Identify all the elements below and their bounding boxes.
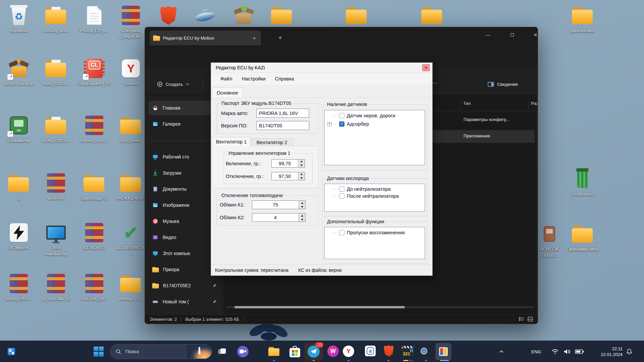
- expand-plus-icon[interactable]: [327, 122, 332, 126]
- checkbox-unchecked-icon[interactable]: [339, 193, 344, 199]
- checkbox-unchecked-icon[interactable]: [339, 186, 344, 192]
- tab-main[interactable]: Основное: [212, 87, 243, 98]
- tab-fan1[interactable]: Вентилятор 1: [212, 137, 251, 146]
- desktop-icon-brave[interactable]: [152, 4, 185, 28]
- wps-icon[interactable]: W: [327, 346, 339, 357]
- desktop-icon-pcmflash[interactable]: PCMflash: [2, 221, 36, 251]
- spin-up-icon[interactable]: [299, 173, 304, 176]
- desktop-icon-vagkkl[interactable]: VAGKKL 409.1: [114, 172, 148, 201]
- menu-file[interactable]: Файл: [216, 74, 237, 83]
- desktop-icon-diagnosika[interactable]: диагносика: [566, 4, 599, 34]
- tree-item-misfire[interactable]: Пропуски воспламенения: [333, 230, 405, 235]
- desktop-icon-folder[interactable]: [340, 4, 373, 28]
- desktop-icon-winrar[interactable]: WinRAR: [39, 172, 73, 201]
- start-button[interactable]: [93, 346, 105, 358]
- desktop-icon-tools-rar[interactable]: tools_r29.0...: [2, 272, 36, 302]
- checkbox-checked-icon[interactable]: [339, 121, 344, 127]
- rpm-k1-spinner[interactable]: 75: [252, 200, 306, 209]
- sidebar-item-this-pc[interactable]: Этот компью: [148, 246, 221, 260]
- chat-icon[interactable]: [237, 346, 249, 358]
- spin-down-icon[interactable]: [299, 205, 305, 208]
- desktop-icon-chiploader[interactable]: CL ChipLoader 1.97: [77, 57, 111, 87]
- yandex-browser-icon[interactable]: Y: [343, 346, 354, 357]
- list-view-icon[interactable]: [519, 317, 524, 321]
- tree-item-road-sensor[interactable]: Датчик неров. дороги: [333, 113, 395, 118]
- ecu-editor-taskbar-icon[interactable]: [435, 343, 451, 360]
- sidebar-item-new-volume[interactable]: Новый том (: [148, 295, 221, 309]
- new-tab-button[interactable]: +: [278, 35, 282, 42]
- sidebar-item-desktop[interactable]: Рабочий сто: [148, 150, 221, 164]
- tray-chevron-up-icon[interactable]: [499, 341, 504, 362]
- fan-on-spinner[interactable]: 99,75: [271, 159, 305, 168]
- sidebar-item-downloads[interactable]: Загрузки: [148, 166, 221, 180]
- desktop-icon-aadxa[interactable]: AADXA_28...: [77, 272, 111, 302]
- desktop-icon-b174dr03[interactable]: B174DR03: [77, 221, 111, 251]
- brave-icon[interactable]: [384, 345, 394, 357]
- desktop-icon-this-pc[interactable]: Этот компьютер: [39, 221, 73, 257]
- spin-down-icon[interactable]: [299, 164, 304, 167]
- dialog-title-bar[interactable]: Редактор ECU by KAZi ×: [211, 63, 432, 73]
- desktop-icon-yandex[interactable]: Y Yandex: [114, 57, 148, 87]
- tab-close-icon[interactable]: ×: [251, 35, 258, 41]
- sidebar-item-b174dt05e2[interactable]: B174DT05E2: [148, 279, 221, 293]
- app-4-icon[interactable]: 4: [365, 346, 376, 356]
- desktop-icon-vdo-eeprom[interactable]: ✔ VDO EEPROM ...: [114, 221, 148, 257]
- sidebar-item-priora[interactable]: Приора: [148, 262, 221, 277]
- new-button[interactable]: Создать: [153, 78, 193, 90]
- battery-icon[interactable]: [575, 341, 584, 362]
- settings-gear-icon[interactable]: ⚙: [419, 346, 429, 357]
- spin-up-icon[interactable]: [299, 214, 305, 217]
- task-view-icon[interactable]: [217, 346, 227, 357]
- desktop-icon-miflash-rar[interactable]: miflash_unl....: [77, 114, 111, 144]
- sidebar-item-videos[interactable]: Видео: [148, 230, 221, 244]
- tree-item-post-cat[interactable]: После нейтрализатора: [333, 193, 399, 199]
- more-button[interactable]: ...: [432, 79, 437, 85]
- column-separator[interactable]: [460, 102, 461, 110]
- sidebar-item-gallery[interactable]: Галерея: [148, 117, 221, 131]
- desktop-icon-folder[interactable]: [415, 4, 449, 28]
- desktop-icon-opendiag[interactable]: OpenDiagF...: [77, 172, 111, 201]
- firmware-input[interactable]: B174DT05: [256, 121, 309, 130]
- explorer-tab[interactable]: Редактор ECU by Mobux ×: [150, 31, 261, 45]
- sidebar-item-documents[interactable]: Документы: [148, 182, 221, 196]
- desktop-icon-ufo-app[interactable]: [189, 4, 222, 28]
- scrollbar-thumb[interactable]: [234, 306, 405, 308]
- thumbnail-view-icon[interactable]: [528, 317, 533, 321]
- details-button[interactable]: Сведения: [488, 78, 518, 90]
- desktop-icon-recycle-bin[interactable]: ♻ Корзина: [2, 4, 36, 34]
- checkbox-unchecked-icon[interactable]: [339, 230, 344, 235]
- menu-help[interactable]: Справка: [270, 74, 299, 83]
- desktop-icon-ventoy[interactable]: ventoy-1.0...: [114, 272, 148, 302]
- desktop-icon-xiaomi[interactable]: A_XIAOMI v2: [39, 272, 73, 302]
- column-header-size[interactable]: Раз: [531, 101, 538, 106]
- desktop-icon-miflash[interactable]: miflash_unl...: [39, 4, 73, 34]
- tab-fan2[interactable]: Вентилятор 2: [251, 138, 293, 146]
- rpm-k2-spinner[interactable]: 4: [252, 213, 306, 222]
- wifi-icon[interactable]: [551, 341, 559, 362]
- dialog-close-button[interactable]: ×: [422, 64, 430, 71]
- desktop-icon-folder-1[interactable]: 1: [2, 172, 36, 201]
- menu-settings[interactable]: Настройки: [237, 74, 270, 83]
- desktop-icon-priora-doc[interactable]: Priora_E2_s...: [77, 4, 111, 34]
- brand-input[interactable]: PRIORA 1,6L 16V: [256, 109, 309, 118]
- tree-item-adsorber[interactable]: Адсорбер: [327, 121, 369, 127]
- horizontal-scrollbar[interactable]: [226, 306, 534, 308]
- desktop-icon-tools-folder[interactable]: tools_r29.0....: [39, 114, 73, 144]
- column-separator[interactable]: [529, 102, 529, 110]
- column-header-type[interactable]: Тип: [463, 101, 471, 106]
- microsoft-store-icon[interactable]: [289, 346, 301, 358]
- taskbar-search[interactable]: Поиск: [110, 344, 212, 359]
- desktop-icon-skanmatik[interactable]: Сканматик: [2, 114, 36, 144]
- sidebar-item-pictures[interactable]: Изображени: [148, 198, 221, 212]
- maximize-button[interactable]: [504, 27, 520, 43]
- desktop-icon-proshivki[interactable]: Прошивки авто: [566, 223, 599, 252]
- widgets-icon[interactable]: [7, 348, 15, 356]
- desktop-icon-action-backup[interactable]: Action Backup: [2, 57, 36, 87]
- desktop-icon-tools-folder[interactable]: tools_r29.0....: [39, 57, 73, 87]
- minimize-button[interactable]: —: [480, 27, 496, 43]
- checkbox-unchecked-icon[interactable]: [339, 113, 344, 118]
- desktop-icon-grddrivers[interactable]: GrdDrivers: [566, 168, 599, 197]
- close-button[interactable]: ×: [528, 27, 538, 43]
- volume-icon[interactable]: [564, 341, 571, 362]
- file-row-type[interactable]: Параметры конфигу...: [464, 117, 509, 122]
